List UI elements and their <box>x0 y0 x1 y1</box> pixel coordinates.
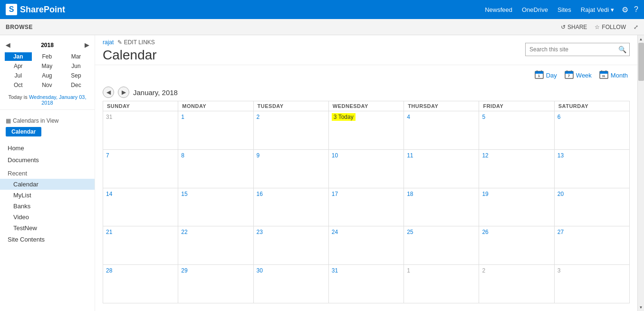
scroll-up[interactable]: ▲ <box>638 35 644 43</box>
cal-day-w1-d6: 5 <box>482 114 485 120</box>
top-nav-links: Newsfeed OneDrive Sites <box>485 6 571 13</box>
cal-day-w2-d2: 8 <box>181 152 184 159</box>
calendar-badge[interactable]: Calendar <box>6 127 41 136</box>
cal-cell-w3-d2[interactable]: 15 <box>178 188 253 227</box>
cal-cell-w2-d5[interactable]: 11 <box>404 150 479 188</box>
cal-day-w3-d7: 20 <box>557 191 564 197</box>
mini-cal-grid: Jan Feb Mar Apr May Jun Jul Aug Sep Oct … <box>4 51 91 90</box>
today-date-link[interactable]: Wednesday, January 03, 2018 <box>29 94 87 106</box>
gear-icon[interactable]: ⚙ <box>622 5 628 14</box>
cal-cell-w5-d3[interactable]: 30 <box>254 265 329 303</box>
cal-cell-w4-d2[interactable]: 22 <box>178 226 253 265</box>
cal-cell-w2-d6[interactable]: 12 <box>479 150 554 188</box>
cal-cell-w1-d2[interactable]: 1 <box>178 111 253 150</box>
week-label: Week <box>576 72 592 79</box>
mini-cal-next[interactable]: ▶ <box>83 42 91 49</box>
cal-day-w4-d2: 22 <box>181 229 187 235</box>
cal-cell-w3-d4[interactable]: 17 <box>329 188 404 227</box>
cal-cell-w5-d1[interactable]: 28 <box>103 265 178 303</box>
cal-day-w4-d5: 25 <box>407 229 413 235</box>
cal-cell-w4-d1[interactable]: 21 <box>103 226 178 265</box>
day-view-btn[interactable]: 1 Day <box>533 69 559 82</box>
top-nav-icon-group: ⚙ ? <box>622 5 638 14</box>
mini-cal-nov[interactable]: Nov <box>33 81 62 89</box>
cal-day-w1-d1: 31 <box>106 114 112 120</box>
sites-link[interactable]: Sites <box>557 6 571 13</box>
mini-cal-aug[interactable]: Aug <box>33 71 62 80</box>
breadcrumb[interactable]: rajat <box>103 39 114 46</box>
newsfeed-link[interactable]: Newsfeed <box>485 6 512 13</box>
edit-links-btn[interactable]: ✎ EDIT LINKS <box>117 39 154 46</box>
search-button[interactable]: 🔍 <box>615 46 629 53</box>
mini-cal-prev[interactable]: ◀ <box>4 42 12 49</box>
user-menu[interactable]: Rajat Vedi ▾ <box>581 6 614 13</box>
banks-sub-nav-item[interactable]: Banks <box>0 201 95 212</box>
focus-icon: ⤢ <box>634 24 638 30</box>
cal-cell-w3-d5[interactable]: 18 <box>404 188 479 227</box>
cal-cell-w2-d7[interactable]: 13 <box>555 150 630 188</box>
mini-cal-oct[interactable]: Oct <box>5 81 32 89</box>
cal-cell-w4-d4[interactable]: 24 <box>329 226 404 265</box>
next-month-btn[interactable]: ▶ <box>118 87 129 98</box>
cal-cell-w5-d4[interactable]: 31 <box>329 265 404 303</box>
cal-day-w5-d7: 3 <box>557 267 561 274</box>
scroll-thumb[interactable] <box>638 43 644 81</box>
mylist-sub-nav-item[interactable]: MyList <box>0 190 95 201</box>
share-action[interactable]: ↺ SHARE <box>561 24 587 30</box>
mini-cal-may[interactable]: May <box>33 62 62 70</box>
documents-nav-item[interactable]: Documents <box>0 154 95 166</box>
cal-week-4: 21222324252627 <box>103 226 630 265</box>
cal-cell-w5-d6[interactable]: 2 <box>479 265 554 303</box>
cal-cell-w3-d1[interactable]: 14 <box>103 188 178 227</box>
cal-cell-w1-d5[interactable]: 4 <box>404 111 479 150</box>
video-sub-nav-item[interactable]: Video <box>0 212 95 223</box>
prev-month-btn[interactable]: ◀ <box>103 87 114 98</box>
focus-action[interactable]: ⤢ <box>634 24 638 30</box>
cal-cell-w1-d1[interactable]: 31 <box>103 111 178 150</box>
cal-cell-w2-d1[interactable]: 7 <box>103 150 178 188</box>
cal-cell-w1-d4[interactable]: 3 Today <box>329 111 404 150</box>
cal-cell-w1-d3[interactable]: 2 <box>254 111 329 150</box>
cal-cell-w4-d7[interactable]: 27 <box>555 226 630 265</box>
mini-cal-jan[interactable]: Jan <box>5 52 32 61</box>
month-view-btn[interactable]: 31 Month <box>597 69 630 82</box>
calendar-sub-nav-item[interactable]: Calendar <box>0 179 95 190</box>
follow-action[interactable]: ☆ FOLLOW <box>595 24 626 30</box>
mini-cal-jun[interactable]: Jun <box>62 62 90 70</box>
mini-cal-mar[interactable]: Mar <box>62 52 90 61</box>
onedrive-link[interactable]: OneDrive <box>522 6 548 13</box>
mini-cal-apr[interactable]: Apr <box>5 62 32 70</box>
cal-day-w2-d1: 7 <box>106 152 109 159</box>
cal-cell-w1-d7[interactable]: 6 <box>555 111 630 150</box>
mini-cal-dec[interactable]: Dec <box>62 81 90 89</box>
home-nav-item[interactable]: Home <box>0 142 95 154</box>
cal-cell-w3-d6[interactable]: 19 <box>479 188 554 227</box>
cal-cell-w4-d3[interactable]: 23 <box>254 226 329 265</box>
week-view-btn[interactable]: 7 Week <box>563 69 594 82</box>
cal-cell-w2-d4[interactable]: 10 <box>329 150 404 188</box>
cal-cell-w5-d5[interactable]: 1 <box>404 265 479 303</box>
calendar-nav-title: January, 2018 <box>133 88 178 97</box>
cal-day-w3-d4: 17 <box>332 191 338 197</box>
cal-cell-w3-d7[interactable]: 20 <box>555 188 630 227</box>
cal-cell-w3-d3[interactable]: 16 <box>254 188 329 227</box>
mini-cal-feb[interactable]: Feb <box>33 52 62 61</box>
search-input[interactable] <box>526 46 615 53</box>
cal-cell-w2-d3[interactable]: 9 <box>254 150 329 188</box>
scroll-down[interactable]: ▼ <box>638 303 644 311</box>
testnew-sub-nav-item[interactable]: TestNew <box>0 223 95 233</box>
help-icon[interactable]: ? <box>634 5 638 14</box>
cal-cell-w4-d6[interactable]: 26 <box>479 226 554 265</box>
site-contents-nav-item[interactable]: Site Contents <box>0 233 95 245</box>
mini-cal-jul[interactable]: Jul <box>5 71 32 80</box>
cal-cell-w5-d2[interactable]: 29 <box>178 265 253 303</box>
cal-cell-w2-d2[interactable]: 8 <box>178 150 253 188</box>
cal-cell-w5-d7[interactable]: 3 <box>555 265 630 303</box>
cal-cell-w4-d5[interactable]: 25 <box>404 226 479 265</box>
day-label: Day <box>546 72 557 79</box>
calendar-nav: ◀ ▶ January, 2018 <box>95 84 637 101</box>
cal-cell-w1-d6[interactable]: 5 <box>479 111 554 150</box>
col-monday: MONDAY <box>178 101 253 111</box>
mini-cal-sep[interactable]: Sep <box>62 71 90 80</box>
browse-tab[interactable]: BROWSE <box>6 24 33 30</box>
